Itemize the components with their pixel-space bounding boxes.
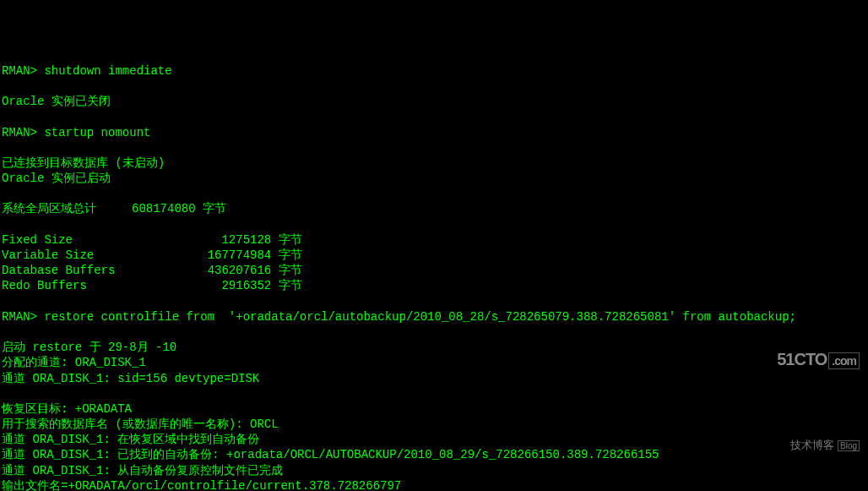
rman-prompt-restore: RMAN> restore controlfile from '+oradata… [2,310,796,324]
channel-backup: 通道 ORA_DISK_1: 已找到的自动备份: +oradata/ORCL/A… [2,448,659,461]
watermark-subtitle: 技术博客Blog [762,424,860,467]
channel-alloc: 分配的通道: ORA_DISK_1 [2,356,146,369]
terminal-output: RMAN> shutdown immediate Oracle 实例已关闭 RM… [2,63,866,491]
fixed-size: Fixed Size 1275128 字节 [2,233,302,247]
rman-prompt-startup: RMAN> startup nomount [2,126,150,139]
db-name-search: 用于搜索的数据库名 (或数据库的唯一名称): ORCL [2,417,279,431]
channel-info: 通道 ORA_DISK_1: sid=156 devtype=DISK [2,372,259,385]
connected-msg: 已连接到目标数据库 (未启动) [2,156,165,170]
database-buffers: Database Buffers 436207616 字节 [2,264,302,277]
restore-start: 启动 restore 于 29-8月 -10 [2,341,176,354]
recovery-dest: 恢复区目标: +ORADATA [2,402,132,416]
output-file-1: 输出文件名=+ORADATA/orcl/controlfile/current.… [2,479,401,491]
sga-total: 系统全局区域总计 608174080 字节 [2,202,226,215]
channel-restore-done: 通道 ORA_DISK_1: 从自动备份复原控制文件已完成 [2,464,283,477]
oracle-closed-msg: Oracle 实例已关闭 [2,95,111,108]
rman-prompt-shutdown: RMAN> shutdown immediate [2,64,172,78]
oracle-started-msg: Oracle 实例已启动 [2,172,111,185]
redo-buffers: Redo Buffers 2916352 字节 [2,279,302,292]
watermark: 51CTO.com 技术博客Blog [762,295,860,483]
variable-size: Variable Size 167774984 字节 [2,248,302,262]
channel-found: 通道 ORA_DISK_1: 在恢复区域中找到自动备份 [2,433,259,446]
watermark-domain: 51CTO.com [762,326,860,392]
